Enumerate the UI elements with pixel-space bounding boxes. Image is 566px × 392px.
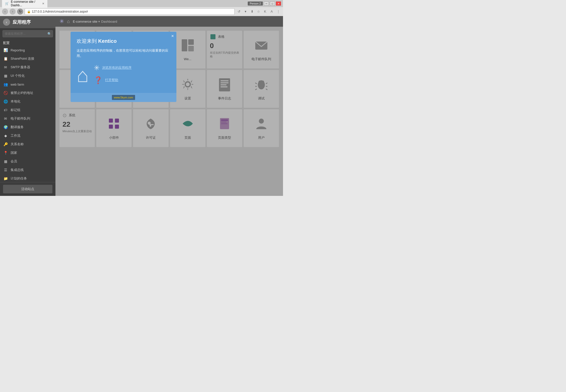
snowflake-icon: ✳	[94, 64, 100, 72]
workflow-icon: ◆	[3, 133, 8, 138]
sidebar-item-country[interactable]: 📍 国家	[0, 149, 55, 157]
sidebar-item-scheduledtask[interactable]: 📁 计划的任务	[0, 174, 55, 182]
sidebar-item-blockedip[interactable]: 🚫 被禁止IP的地址	[0, 89, 55, 97]
person-badge: Person 2	[248, 2, 263, 6]
address-lock-icon: 🔒	[27, 10, 31, 13]
watermark-text: www.5kym.com	[112, 95, 135, 100]
star-icon[interactable]: ☆	[256, 9, 261, 14]
sidebar-label-ui: UI 个性化	[11, 74, 25, 78]
sidebar-item-workflow[interactable]: ◆ 工作流	[0, 131, 55, 140]
sidebar-label-integration: 集成总线	[11, 168, 24, 172]
sidebar: ‹ 应用程序 🔍 配置 📊 Reporting 📋 SharePoint 连接 …	[0, 16, 55, 196]
maximize-button[interactable]: □	[270, 2, 275, 6]
breadcrumb-site[interactable]: E-commerce site	[73, 20, 98, 23]
sidebar-item-member[interactable]: ▦ 会员	[0, 157, 55, 166]
snowflake-icon[interactable]: ✳	[59, 18, 64, 25]
back-button[interactable]: ‹	[2, 9, 8, 15]
blockedip-icon: 🚫	[3, 90, 8, 95]
sidebar-label-webfarm: web farm	[11, 83, 24, 86]
tab-title: E-commerce site / Dashb...	[11, 0, 40, 7]
toolbar-icons: ↺ ▾ ⬇ ☆ K A ⋮	[236, 9, 281, 14]
sidebar-label-scheduledtask: 计划的任务	[11, 176, 27, 181]
sidebar-label-member: 会员	[11, 159, 17, 164]
tab-favicon: 🛒	[5, 2, 9, 5]
kentico-icon[interactable]: K	[262, 9, 268, 14]
help-link[interactable]: 打开帮助	[105, 78, 118, 82]
integration-icon: ☰	[3, 167, 8, 172]
sidebar-label-reporting: Reporting	[11, 48, 25, 52]
modal-overlay: × 欢迎来到 Kentico 这是您应用程序的控制板，在那里您可以轻松地访问最重…	[55, 27, 283, 196]
sidebar-item-emailqueue[interactable]: ✉ 电子邮件队列	[0, 114, 55, 123]
browser-controls: Person 2 ─ □ ✕	[248, 2, 281, 6]
modal-title: 欢迎来到 Kentico	[77, 38, 170, 45]
home-icon[interactable]: ⌂	[67, 19, 70, 24]
sidebar-header[interactable]: ‹ 应用程序	[0, 16, 55, 28]
sidebar-item-translation[interactable]: 🌍 翻译服务	[0, 123, 55, 131]
browse-link[interactable]: 浏览所有的应用程序	[102, 65, 132, 70]
sidebar-section-title: 配置	[0, 39, 55, 46]
sidebar-label-translation: 翻译服务	[11, 125, 24, 129]
top-nav: ✳ ⌂ E-commerce site ▾ Dashboard	[55, 16, 283, 27]
address-text: 127.0.0.1/Admin/cmsadministration.aspx#	[32, 10, 88, 13]
scheduledtask-icon: 📁	[3, 176, 8, 181]
app-container: ‹ 应用程序 🔍 配置 📊 Reporting 📋 SharePoint 连接 …	[0, 16, 283, 196]
localization-icon: 🌐	[3, 99, 8, 104]
refresh-icon[interactable]: ↺	[236, 9, 242, 14]
breadcrumb-page: Dashboard	[101, 20, 117, 23]
back-icon[interactable]: ‹	[3, 19, 10, 26]
tab-close-button[interactable]: ✕	[42, 2, 44, 5]
sidebar-item-smtp[interactable]: ✉ SMTP 服务器	[0, 63, 55, 72]
sidebar-item-reporting[interactable]: 📊 Reporting	[0, 46, 55, 54]
download-icon[interactable]: ⬇	[249, 9, 255, 14]
sidebar-label-localization: 本地化	[11, 99, 20, 104]
modal-link-browse[interactable]: ✳ 浏览所有的应用程序	[94, 64, 132, 72]
sidebar-item-webfarm[interactable]: 👥 web farm	[0, 80, 55, 89]
sidebar-label-blockedip: 被禁止IP的地址	[11, 91, 33, 95]
forward-button[interactable]: ›	[10, 9, 16, 15]
search-input[interactable]	[3, 30, 53, 37]
smtp-icon: ✉	[3, 65, 8, 70]
sidebar-label-taggroup: 标记组	[11, 108, 20, 112]
adobe-icon[interactable]: A	[269, 9, 274, 14]
sidebar-label-emailqueue: 电子邮件队列	[11, 116, 30, 121]
welcome-modal: × 欢迎来到 Kentico 这是您应用程序的控制板，在那里您可以轻松地访问最重…	[71, 32, 176, 102]
sidebar-item-contactname[interactable]: 🔑 关系名称	[0, 140, 55, 149]
minimize-button[interactable]: ─	[264, 2, 269, 6]
country-icon: 📍	[3, 150, 8, 155]
close-button[interactable]: ✕	[276, 2, 281, 6]
emailqueue-icon: ✉	[3, 116, 8, 121]
webfarm-icon: 👥	[3, 82, 8, 87]
taggroup-icon: 🏷	[3, 108, 8, 113]
modal-title-brand: Kentico	[98, 38, 117, 44]
help-icon: ❓	[94, 76, 103, 84]
modal-link-help[interactable]: ❓ 打开帮助	[94, 76, 132, 84]
modal-body: ⌂ ✳ 浏览所有的应用程序 ❓ 打开帮助	[77, 64, 170, 87]
settings-icon[interactable]: ⋮	[275, 9, 281, 14]
sidebar-item-ui[interactable]: ▦ UI 个性化	[0, 72, 55, 80]
address-bar[interactable]: 🔒 127.0.0.1/Admin/cmsadministration.aspx…	[25, 8, 235, 15]
browser-tab[interactable]: 🛒 E-commerce site / Dashb... ✕	[2, 0, 47, 8]
sidebar-title: 应用程序	[13, 19, 31, 25]
filter-icon[interactable]: ▾	[243, 9, 248, 14]
browser-toolbar: ‹ › ↻ 🔒 127.0.0.1/Admin/cmsadministratio…	[0, 7, 283, 16]
active-site-button[interactable]: 活动站点	[3, 185, 52, 193]
browser-chrome: 🛒 E-commerce site / Dashb... ✕ Person 2 …	[0, 0, 283, 16]
sidebar-item-sharepoint[interactable]: 📋 SharePoint 连接	[0, 54, 55, 63]
sidebar-label-contactname: 关系名称	[11, 142, 24, 147]
sharepoint-icon: 📋	[3, 56, 8, 61]
sidebar-item-integration[interactable]: ☰ 集成总线	[0, 166, 55, 174]
refresh-button[interactable]: ↻	[17, 9, 23, 15]
search-icon: 🔍	[47, 32, 51, 36]
breadcrumb: E-commerce site ▾ Dashboard	[73, 20, 117, 23]
dashboard: 网站 CSS 样式表	[55, 27, 283, 196]
modal-close-button[interactable]: ×	[171, 34, 174, 38]
sidebar-item-taggroup[interactable]: 🏷 标记组	[0, 106, 55, 114]
sidebar-item-localization[interactable]: 🌐 本地化	[0, 97, 55, 106]
sidebar-search-container: 🔍	[0, 28, 55, 39]
sidebar-footer: 活动站点	[0, 182, 55, 196]
modal-watermark: www.5kym.com	[71, 93, 176, 102]
modal-links: ✳ 浏览所有的应用程序 ❓ 打开帮助	[94, 64, 132, 84]
house-icon: ⌂	[77, 64, 89, 87]
reporting-icon: 📊	[3, 48, 8, 53]
translation-icon: 🌍	[3, 125, 8, 130]
